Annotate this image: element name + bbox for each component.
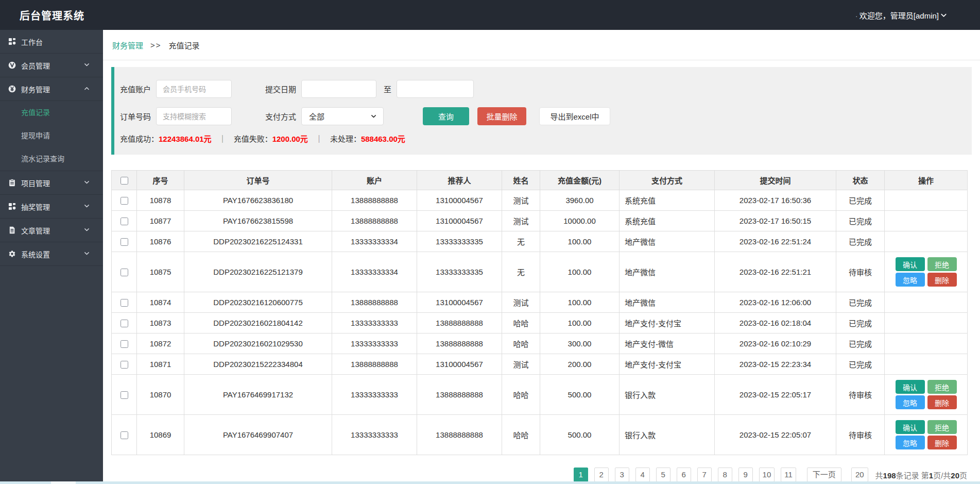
sidebar-subitem-recharge-records[interactable]: 充值记录: [0, 101, 103, 124]
select-all-checkbox[interactable]: [121, 177, 128, 185]
delete-button[interactable]: 删除: [927, 436, 957, 449]
submit-date-label: 提交日期: [265, 84, 296, 94]
chevron-down-icon: [83, 226, 90, 233]
row-account: 13333333334: [332, 231, 417, 252]
row-referrer: 13100004567: [417, 211, 502, 231]
sidebar-item-projects[interactable]: 项目管理: [0, 171, 103, 195]
app-title: 后台管理系统: [20, 8, 84, 23]
sidebar-item-finance[interactable]: 财务管理: [0, 77, 103, 101]
row-id: 10873: [137, 313, 184, 333]
row-status: 已完成: [836, 231, 885, 252]
member-icon: [8, 61, 16, 69]
row-actions-cell: [885, 354, 968, 375]
confirm-button[interactable]: 确认: [896, 420, 925, 434]
row-id: 10870: [137, 375, 184, 415]
row-select-cell: [112, 375, 137, 415]
row-id: 10876: [137, 231, 184, 252]
page-button-1[interactable]: 1: [574, 468, 588, 482]
sidebar: 工作台 会员管理 财务管理 充值记录提现申请流水记录查询 项目管理: [0, 30, 103, 482]
column-header: 操作: [885, 171, 968, 190]
row-checkbox[interactable]: [121, 340, 128, 348]
page-button-11[interactable]: 11: [781, 468, 796, 482]
row-referrer: 13888888888: [417, 375, 502, 415]
date-to-input[interactable]: [397, 80, 474, 98]
breadcrumb-section[interactable]: 财务管理: [112, 40, 143, 51]
sidebar-item-settings[interactable]: 系统设置: [0, 242, 103, 266]
row-actions: 确认拒绝忽略删除: [887, 380, 965, 409]
row-checkbox[interactable]: [121, 431, 128, 439]
confirm-button[interactable]: 确认: [896, 380, 925, 394]
summary-part: 198: [883, 471, 896, 480]
ignore-button[interactable]: 忽略: [896, 395, 925, 409]
row-checkbox[interactable]: [121, 197, 128, 205]
sidebar-subitem-flow-records[interactable]: 流水记录查询: [0, 147, 103, 171]
sidebar-item-members[interactable]: 会员管理: [0, 54, 103, 77]
row-checkbox[interactable]: [121, 391, 128, 399]
next-page-button[interactable]: 下一页: [807, 468, 841, 482]
delete-button[interactable]: 删除: [927, 273, 957, 287]
page-button-9[interactable]: 9: [738, 468, 753, 482]
page-button-6[interactable]: 6: [677, 468, 691, 482]
last-page-button[interactable]: 20: [851, 468, 868, 482]
menu-group: 文章管理: [0, 219, 103, 242]
pagination-summary: 共198条记录 第1页/共20页: [875, 470, 967, 480]
sidebar-item-articles[interactable]: 文章管理: [0, 219, 103, 242]
menu-item-label: 工作台: [21, 37, 90, 47]
row-status: 已完成: [836, 211, 885, 231]
row-checkbox[interactable]: [121, 299, 128, 307]
page-button-5[interactable]: 5: [656, 468, 670, 482]
batch-delete-button[interactable]: 批量删除: [477, 107, 526, 125]
row-checkbox[interactable]: [121, 320, 128, 327]
row-submit-time: 2023-02-16 02:10:29: [715, 333, 836, 354]
reject-button[interactable]: 拒绝: [927, 380, 957, 394]
page-button-4[interactable]: 4: [635, 468, 650, 482]
pay-method-select[interactable]: 全部: [301, 107, 384, 125]
export-excel-button[interactable]: 导出到excel中: [539, 107, 610, 125]
breadcrumb: 财务管理 >> 充值记录: [103, 30, 980, 60]
row-checkbox[interactable]: [121, 238, 128, 246]
row-checkbox[interactable]: [121, 218, 128, 225]
summary-part: 条记录 第: [896, 471, 929, 480]
row-status: 已完成: [836, 313, 885, 333]
page-button-7[interactable]: 7: [697, 468, 712, 482]
row-order-no: PAY1676623836180: [184, 190, 332, 211]
scrollbar-thumb[interactable]: [51, 481, 76, 484]
table-header-row: 序号订单号账户推荐人姓名充值金额(元)支付方式提交时间状态操作: [112, 171, 968, 190]
reject-button[interactable]: 拒绝: [927, 420, 957, 434]
date-from-input[interactable]: [301, 80, 376, 98]
ignore-button[interactable]: 忽略: [896, 273, 925, 287]
column-header: 序号: [137, 171, 184, 190]
user-menu[interactable]: . 欢迎您，管理员[admin]: [855, 10, 948, 21]
sidebar-item-workbench[interactable]: 工作台: [0, 30, 103, 54]
sidebar-subitem-withdraw-requests[interactable]: 提现申请: [0, 124, 103, 147]
menu-item-label: 项目管理: [21, 178, 83, 188]
row-order-no: DDP20230216225121379: [184, 252, 332, 292]
row-actions-cell: 确认拒绝忽略删除: [885, 375, 968, 415]
confirm-button[interactable]: 确认: [896, 257, 925, 271]
ignore-button[interactable]: 忽略: [896, 436, 925, 449]
recharge-account-label: 充值账户: [120, 84, 151, 94]
search-button[interactable]: 查询: [423, 107, 469, 125]
page-button-2[interactable]: 2: [594, 468, 609, 482]
page-button-8[interactable]: 8: [718, 468, 732, 482]
reject-button[interactable]: 拒绝: [927, 257, 957, 271]
row-checkbox[interactable]: [121, 361, 128, 369]
row-checkbox[interactable]: [121, 269, 128, 276]
order-number-input[interactable]: [156, 107, 232, 125]
table-row: 10874DDP20230216120600775138888888881310…: [112, 292, 968, 313]
page-button-10[interactable]: 10: [759, 468, 775, 482]
sidebar-item-lottery[interactable]: 抽奖管理: [0, 195, 103, 219]
recharge-account-input[interactable]: [156, 80, 232, 98]
select-all-cell: [112, 171, 137, 190]
page-button-3[interactable]: 3: [615, 468, 629, 482]
row-amount: 100.00: [540, 313, 620, 333]
grid-icon: [8, 203, 16, 210]
column-header: 订单号: [184, 171, 332, 190]
row-amount: 300.00: [540, 333, 620, 354]
row-account: 13888888888: [332, 190, 417, 211]
row-referrer: 13100004567: [417, 292, 502, 313]
horizontal-scrollbar[interactable]: [0, 481, 980, 484]
action-row: 忽略删除: [896, 273, 957, 287]
menu-group: 项目管理: [0, 171, 103, 195]
delete-button[interactable]: 删除: [927, 395, 957, 409]
